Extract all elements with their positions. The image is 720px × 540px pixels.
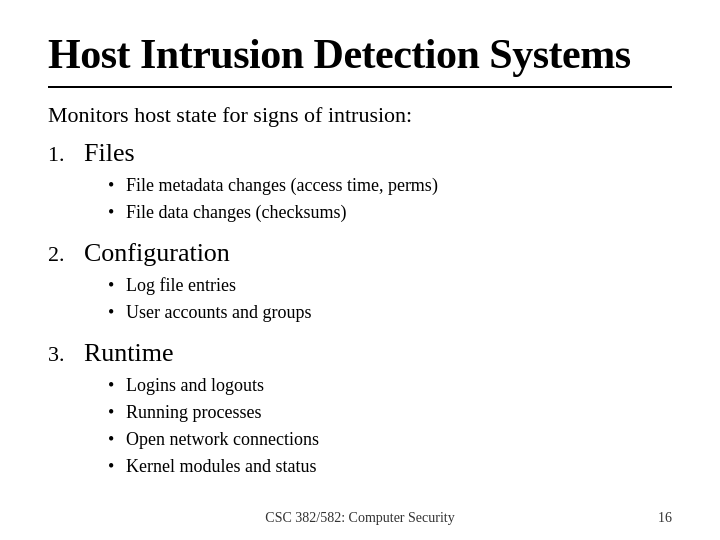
- bullet-icon: •: [108, 172, 118, 199]
- section-1-number: 1.: [48, 141, 76, 167]
- footer: CSC 382/582: Computer Security: [0, 510, 720, 526]
- page-number: 16: [658, 510, 672, 526]
- bullet-icon: •: [108, 372, 118, 399]
- bullet-icon: •: [108, 426, 118, 453]
- section-1-header: 1. Files: [48, 138, 672, 168]
- bullet-text: File metadata changes (access time, perm…: [126, 172, 438, 199]
- list-item: • Running processes: [108, 399, 672, 426]
- bullet-text: Open network connections: [126, 426, 319, 453]
- bullet-icon: •: [108, 453, 118, 480]
- list-item: • File data changes (checksums): [108, 199, 672, 226]
- bullet-icon: •: [108, 199, 118, 226]
- section-2-number: 2.: [48, 241, 76, 267]
- bullet-icon: •: [108, 299, 118, 326]
- section-3-number: 3.: [48, 341, 76, 367]
- list-item: • Kernel modules and status: [108, 453, 672, 480]
- bullet-text: Running processes: [126, 399, 261, 426]
- section-2: 2. Configuration • Log file entries • Us…: [48, 238, 672, 330]
- list-item: • User accounts and groups: [108, 299, 672, 326]
- list-item: • Log file entries: [108, 272, 672, 299]
- section-3: 3. Runtime • Logins and logouts • Runnin…: [48, 338, 672, 484]
- bullet-text: User accounts and groups: [126, 299, 311, 326]
- section-1: 1. Files • File metadata changes (access…: [48, 138, 672, 230]
- section-3-title: Runtime: [84, 338, 174, 368]
- section-2-bullets: • Log file entries • User accounts and g…: [108, 272, 672, 326]
- bullet-text: File data changes (checksums): [126, 199, 346, 226]
- bullet-text: Log file entries: [126, 272, 236, 299]
- section-2-title: Configuration: [84, 238, 230, 268]
- section-1-title: Files: [84, 138, 135, 168]
- section-3-header: 3. Runtime: [48, 338, 672, 368]
- bullet-icon: •: [108, 399, 118, 426]
- slide-title: Host Intrusion Detection Systems: [48, 30, 672, 78]
- section-1-bullets: • File metadata changes (access time, pe…: [108, 172, 672, 226]
- bullet-text: Kernel modules and status: [126, 453, 316, 480]
- bullet-text: Logins and logouts: [126, 372, 264, 399]
- divider: [48, 86, 672, 88]
- section-3-bullets: • Logins and logouts • Running processes…: [108, 372, 672, 480]
- list-item: • Logins and logouts: [108, 372, 672, 399]
- bullet-icon: •: [108, 272, 118, 299]
- slide: Host Intrusion Detection Systems Monitor…: [0, 0, 720, 540]
- subtitle: Monitors host state for signs of intrusi…: [48, 102, 672, 128]
- footer-text: CSC 382/582: Computer Security: [265, 510, 454, 526]
- list-item: • Open network connections: [108, 426, 672, 453]
- section-2-header: 2. Configuration: [48, 238, 672, 268]
- list-item: • File metadata changes (access time, pe…: [108, 172, 672, 199]
